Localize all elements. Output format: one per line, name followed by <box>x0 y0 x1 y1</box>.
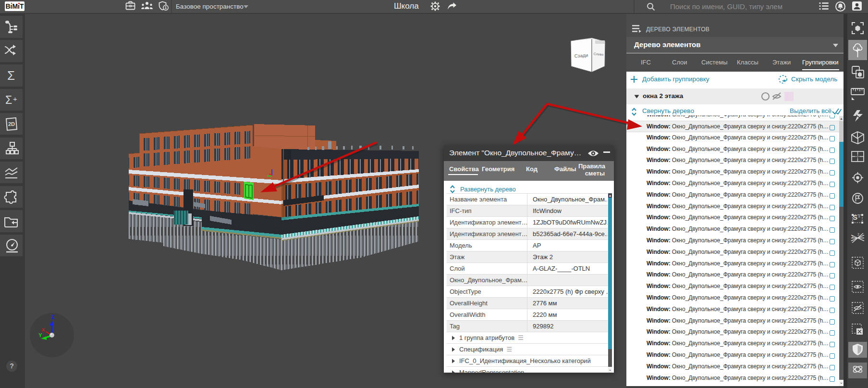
svg-text:Σ: Σ <box>5 94 12 106</box>
svg-text:2D: 2D <box>8 121 15 127</box>
svg-text:1: 1 <box>858 213 860 218</box>
svg-text:+: + <box>13 95 17 103</box>
svg-text:Z: Z <box>51 314 54 321</box>
svg-text:X: X <box>42 327 45 332</box>
svg-text:2: 2 <box>857 233 859 236</box>
svg-text:1: 1 <box>852 235 854 238</box>
svg-text:Σ: Σ <box>7 68 15 83</box>
svg-text:Слева: Слева <box>593 52 603 56</box>
svg-text:Сзади: Сзади <box>574 52 588 59</box>
svg-text:Y: Y <box>38 332 42 338</box>
